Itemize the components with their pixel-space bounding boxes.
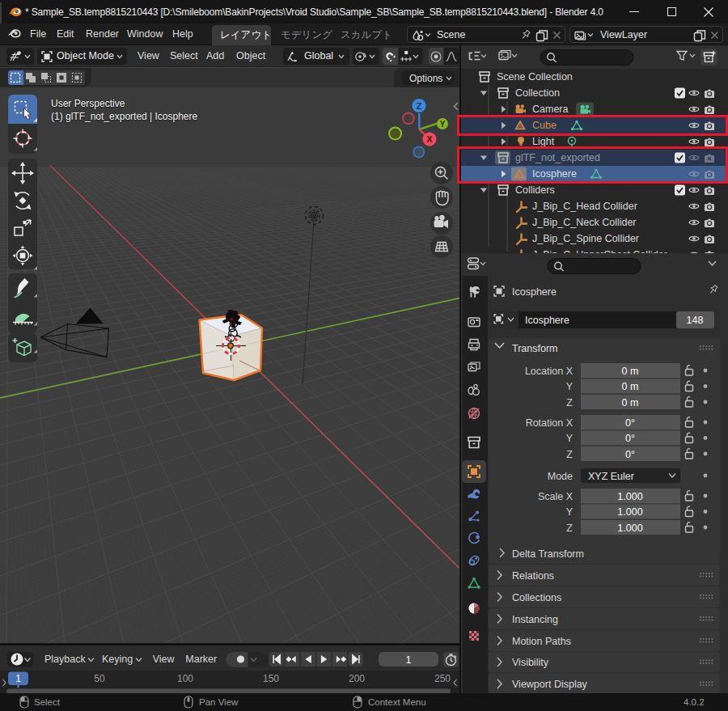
svg-text:View: View bbox=[153, 654, 176, 665]
svg-text:Delta Transform: Delta Transform bbox=[512, 548, 584, 560]
svg-text:1.000: 1.000 bbox=[617, 523, 642, 534]
svg-text:Transform: Transform bbox=[512, 343, 558, 354]
svg-text:4.0.2: 4.0.2 bbox=[684, 697, 705, 707]
svg-text:Keying: Keying bbox=[102, 654, 133, 665]
svg-text:Select: Select bbox=[34, 697, 61, 707]
svg-text:Rotation X: Rotation X bbox=[526, 417, 574, 429]
svg-text:Y: Y bbox=[566, 506, 574, 518]
svg-text:Marker: Marker bbox=[185, 654, 217, 665]
svg-text:Mode: Mode bbox=[548, 471, 573, 482]
svg-text:Location X: Location X bbox=[525, 366, 574, 377]
svg-text:Z: Z bbox=[566, 449, 573, 460]
svg-text:0 m: 0 m bbox=[622, 381, 639, 392]
svg-text:50: 50 bbox=[94, 673, 105, 684]
svg-text:Icosphere: Icosphere bbox=[512, 286, 557, 298]
svg-text:100: 100 bbox=[177, 673, 193, 684]
svg-text:Scene Collection: Scene Collection bbox=[497, 71, 573, 83]
svg-text:1: 1 bbox=[15, 673, 21, 684]
svg-text:Pan View: Pan View bbox=[199, 697, 239, 707]
svg-text:250: 250 bbox=[434, 673, 451, 684]
svg-text:Y: Y bbox=[566, 433, 574, 444]
svg-text:Playback: Playback bbox=[44, 654, 86, 665]
svg-text:Icosphere: Icosphere bbox=[525, 315, 569, 326]
svg-text:J_Bip_C_Head Collider: J_Bip_C_Head Collider bbox=[532, 201, 637, 212]
svg-text:J_Bip_C_Spine Collider: J_Bip_C_Spine Collider bbox=[532, 233, 639, 244]
svg-text:Y: Y bbox=[439, 119, 445, 129]
svg-text:X: X bbox=[426, 134, 433, 144]
svg-text:Z: Z bbox=[416, 101, 421, 111]
svg-text:Collection: Collection bbox=[515, 87, 560, 99]
svg-text:150: 150 bbox=[263, 673, 279, 684]
svg-text:XYZ Euler: XYZ Euler bbox=[588, 471, 634, 482]
svg-text:Collections: Collections bbox=[512, 592, 561, 603]
svg-text:1.000: 1.000 bbox=[617, 506, 642, 518]
svg-text:Colliders: Colliders bbox=[515, 184, 555, 196]
svg-text:Instancing: Instancing bbox=[512, 614, 558, 625]
svg-text:0°: 0° bbox=[625, 449, 635, 460]
svg-text:J_Bip_C_Neck Collider: J_Bip_C_Neck Collider bbox=[532, 217, 637, 228]
svg-text:0 m: 0 m bbox=[622, 397, 639, 408]
svg-text:1: 1 bbox=[406, 654, 412, 666]
svg-text:Context Menu: Context Menu bbox=[368, 697, 426, 707]
svg-text:0°: 0° bbox=[625, 417, 635, 429]
svg-text:Visibility: Visibility bbox=[512, 657, 549, 668]
svg-text:Y: Y bbox=[566, 381, 574, 392]
svg-text:0 m: 0 m bbox=[622, 366, 639, 377]
svg-text:148: 148 bbox=[687, 315, 704, 326]
svg-text:0°: 0° bbox=[625, 433, 635, 444]
svg-text:Z: Z bbox=[566, 523, 573, 534]
svg-text:1.000: 1.000 bbox=[617, 491, 642, 502]
svg-text:Scale X: Scale X bbox=[538, 491, 574, 502]
svg-text:Viewport Display: Viewport Display bbox=[512, 679, 588, 690]
svg-text:Relations: Relations bbox=[512, 570, 554, 582]
svg-text:200: 200 bbox=[349, 673, 365, 684]
svg-text:Z: Z bbox=[566, 397, 573, 408]
svg-text:Motion Paths: Motion Paths bbox=[512, 636, 571, 647]
